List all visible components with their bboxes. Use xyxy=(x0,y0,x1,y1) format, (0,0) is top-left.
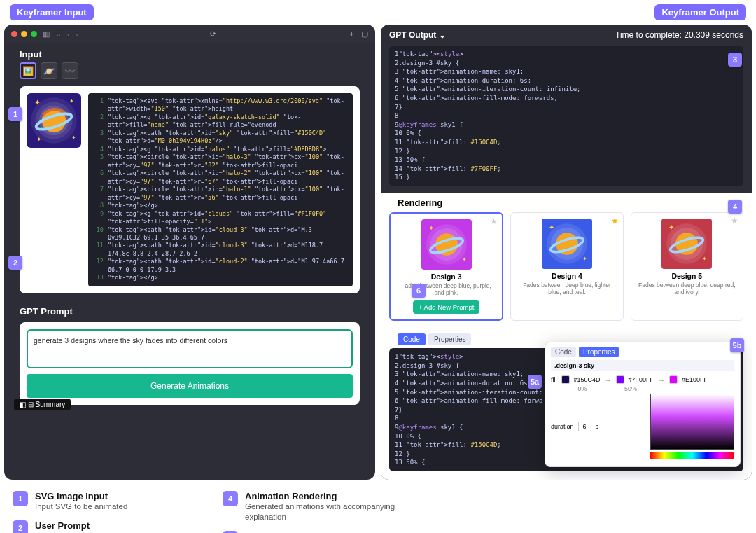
svg-text:✦: ✦ xyxy=(428,224,434,232)
time-to-complete: Time to complete: 20.309 seconds xyxy=(615,30,743,40)
input-section-label: Input xyxy=(4,43,375,62)
input-thumbs: 🖼️ 🪐 〰️ xyxy=(4,62,375,83)
output-tag: Keyframer Output xyxy=(654,4,746,20)
svg-code-box[interactable]: 1"tok-tag"><svg "tok-attr">xmlns="http:/… xyxy=(88,93,353,286)
color-swatch-2[interactable] xyxy=(616,375,624,384)
design-title: Design 4 xyxy=(517,272,617,280)
fill-label: fill xyxy=(551,376,557,383)
svg-text:✦: ✦ xyxy=(668,223,674,231)
thumb-wave-icon[interactable]: 〰️ xyxy=(62,62,78,79)
design-card[interactable]: ★ ✦ ✦ Design 3 Fades between deep blue, … xyxy=(389,212,503,321)
prompt-input[interactable]: generate 3 designs where the sky fades i… xyxy=(27,329,353,368)
tab-code[interactable]: Code xyxy=(398,333,426,345)
thumb-image-icon[interactable]: 🖼️ xyxy=(20,62,36,79)
svg-text:✦: ✦ xyxy=(69,98,74,104)
callout-6: 6 xyxy=(412,284,426,298)
star-icon[interactable]: ★ xyxy=(611,216,619,226)
mini-tab-code[interactable]: Code xyxy=(551,347,576,357)
legend-item: 4 Animation RenderingGenerated animation… xyxy=(223,491,398,522)
gpt-css-output[interactable]: 1"tok-tag"><style>2.design-3 #sky {3 "to… xyxy=(389,46,743,186)
plus-icon[interactable]: ＋ xyxy=(348,29,356,39)
svg-text:✦: ✦ xyxy=(582,256,587,262)
svg-text:✦: ✦ xyxy=(549,223,554,231)
svg-text:✦: ✦ xyxy=(71,134,76,141)
prompt-section-label: GPT Prompt xyxy=(4,300,375,319)
duration-input[interactable]: 6 xyxy=(578,422,592,431)
star-icon[interactable]: ★ xyxy=(490,216,498,226)
color-swatch-3[interactable] xyxy=(669,375,678,384)
svg-text:✦: ✦ xyxy=(36,136,42,143)
svg-text:✦: ✦ xyxy=(702,256,707,262)
summary-chip[interactable]: ◧ ⊟ Summary xyxy=(14,399,71,410)
gpt-output-header[interactable]: GPT Output ⌄ xyxy=(389,30,446,40)
star-icon[interactable]: ★ xyxy=(731,216,738,226)
thumb-planet-icon[interactable]: 🪐 xyxy=(41,62,57,79)
properties-editor-popover: Code Properties .design-3 sky fill #150C… xyxy=(545,342,741,467)
design-card[interactable]: ★ ✦ ✦ Design 4 Fades between deep blue, … xyxy=(510,212,623,321)
generate-button[interactable]: Generate Animations xyxy=(27,374,353,398)
callout-3: 3 xyxy=(728,53,742,67)
rendering-label: Rendering xyxy=(389,193,743,212)
svg-text:✦: ✦ xyxy=(34,98,41,106)
back-icon[interactable]: ‹ xyxy=(67,30,70,39)
legend-item: 2 User PromptNatural language descriptio… xyxy=(13,520,188,533)
color-swatch-1[interactable] xyxy=(561,375,570,384)
duration-label: duration xyxy=(551,423,574,430)
selector-label: .design-3 sky xyxy=(551,360,734,371)
callout-1: 1 xyxy=(8,107,22,121)
design-subtitle: Fades between deep blue, lighter blue, a… xyxy=(517,282,617,296)
reload-icon[interactable]: ⟳ xyxy=(210,29,216,39)
legend: 1 SVG Image InputInput SVG to be animate… xyxy=(4,480,752,533)
svg-text:✦: ✦ xyxy=(461,256,466,263)
input-card: ✦ ✦ ✦ ✦ 1"tok-tag"><svg "tok-attr">xmlns… xyxy=(20,86,360,293)
add-prompt-button[interactable]: + Add New Prompt xyxy=(413,300,479,314)
sidebar-icon[interactable]: ▥ xyxy=(43,29,50,39)
svg-preview: ✦ ✦ ✦ ✦ xyxy=(27,93,81,148)
browser-chrome: ▥ ⌄ ‹ › ⟳ ＋ ▢ xyxy=(4,25,375,43)
input-tag: Keyframer Input xyxy=(10,4,94,20)
callout-5a: 5a xyxy=(528,375,542,389)
design-title: Design 5 xyxy=(637,272,737,280)
legend-item: 1 SVG Image InputInput SVG to be animate… xyxy=(13,491,188,512)
design-card[interactable]: ★ ✦ ✦ Design 5 Fades between deep blue, … xyxy=(631,212,743,321)
output-pane: GPT Output ⌄ Time to complete: 20.309 se… xyxy=(381,25,752,480)
design-title: Design 3 xyxy=(396,272,496,281)
tab-properties[interactable]: Properties xyxy=(428,333,472,345)
chevron-down-icon[interactable]: ⌄ xyxy=(55,29,62,39)
mini-tab-properties[interactable]: Properties xyxy=(579,347,620,357)
input-pane: ▥ ⌄ ‹ › ⟳ ＋ ▢ Input 🖼️ 🪐 〰️ xyxy=(4,25,375,480)
callout-2: 2 xyxy=(8,256,22,270)
callout-4: 4 xyxy=(728,200,742,214)
callout-5b: 5b xyxy=(730,338,744,352)
tabs-icon[interactable]: ▢ xyxy=(361,29,368,39)
forward-icon[interactable]: › xyxy=(76,30,78,39)
design-subtitle: Fades between deep blue, deep red, and i… xyxy=(637,282,737,296)
color-picker[interactable] xyxy=(650,394,734,459)
